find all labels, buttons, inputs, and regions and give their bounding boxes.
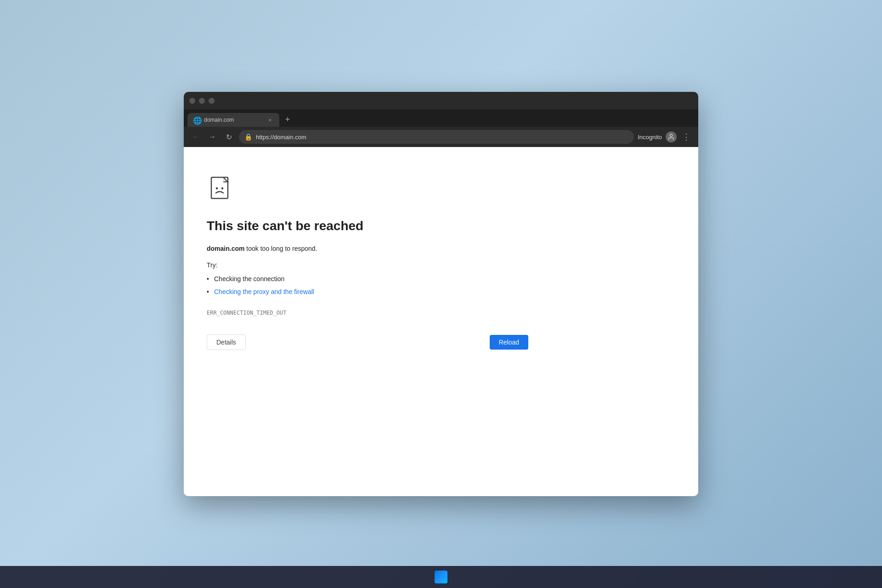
svg-rect-2	[216, 187, 218, 189]
error-document-icon	[207, 175, 236, 204]
svg-rect-3	[221, 187, 223, 189]
tab-bar: 🌐 domain.com × +	[184, 109, 698, 127]
maximize-traffic-light[interactable]	[209, 98, 215, 104]
forward-button[interactable]: →	[206, 130, 219, 143]
incognito-icon	[666, 131, 677, 142]
error-icon-wrapper	[207, 175, 528, 204]
traffic-lights	[189, 98, 215, 104]
back-button[interactable]: ←	[189, 130, 202, 143]
windows-logo-icon	[435, 571, 447, 583]
suggestion-text-1: Checking the connection	[214, 275, 284, 283]
page-content: This site can't be reached domain.com to…	[184, 147, 698, 496]
suggestions-list: Checking the connection Checking the pro…	[207, 272, 528, 299]
list-item: Checking the connection	[207, 272, 528, 285]
tab-favicon-icon: 🌐	[193, 116, 200, 124]
new-tab-button[interactable]: +	[281, 113, 294, 126]
address-input[interactable]	[256, 134, 628, 141]
proxy-firewall-link[interactable]: Checking the proxy and the firewall	[214, 288, 314, 295]
active-tab[interactable]: 🌐 domain.com ×	[187, 113, 279, 127]
error-title: This site can't be reached	[207, 218, 528, 234]
button-row: Details Reload	[207, 334, 528, 350]
svg-point-0	[670, 134, 672, 136]
error-domain: domain.com	[207, 245, 244, 252]
toolbar-right: Incognito ⋮	[638, 130, 693, 144]
start-button[interactable]	[433, 569, 449, 585]
browser-window: 🌐 domain.com × + ← → ↻ 🔒 Incognito ⋮	[184, 92, 698, 496]
list-item: Checking the proxy and the firewall	[207, 285, 528, 298]
error-code: ERR_CONNECTION_TIMED_OUT	[207, 310, 528, 316]
close-traffic-light[interactable]	[189, 98, 195, 104]
try-label: Try:	[207, 261, 528, 269]
lock-icon: 🔒	[244, 133, 252, 141]
incognito-label: Incognito	[638, 134, 662, 141]
menu-button[interactable]: ⋮	[680, 130, 693, 144]
error-subtitle: domain.com took too long to respond.	[207, 243, 528, 254]
address-bar[interactable]: 🔒	[239, 130, 634, 144]
error-container: This site can't be reached domain.com to…	[207, 175, 528, 350]
tab-title: domain.com	[204, 117, 263, 123]
tab-close-button[interactable]: ×	[266, 116, 274, 124]
toolbar: ← → ↻ 🔒 Incognito ⋮	[184, 127, 698, 147]
taskbar	[0, 566, 882, 588]
title-bar	[184, 92, 698, 109]
reload-button[interactable]: Reload	[490, 335, 528, 350]
details-button[interactable]: Details	[207, 334, 246, 350]
reload-nav-button[interactable]: ↻	[222, 130, 235, 143]
minimize-traffic-light[interactable]	[199, 98, 205, 104]
error-subtitle-text: took too long to respond.	[244, 245, 317, 252]
